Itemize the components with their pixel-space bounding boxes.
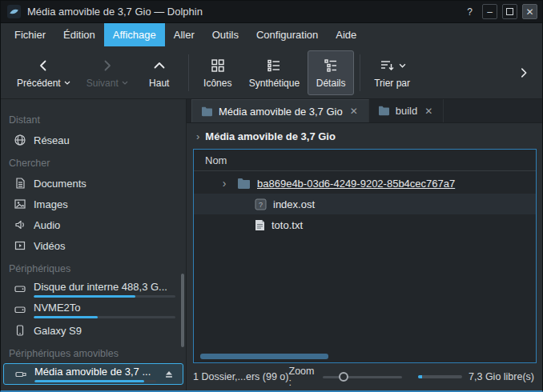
breadcrumb[interactable]: › Média amovible de 3,7 Gio: [187, 123, 542, 149]
file-row-folder[interactable]: › ba869e4b-03d6-4249-9202-85b4cec767a7: [194, 173, 536, 194]
sidebar-item-media-amovible[interactable]: Média amovible de 3,7 ...: [3, 363, 183, 385]
sidebar-item-galaxy-s9[interactable]: Galaxy S9: [3, 320, 183, 341]
file-view: Nom › ba869e4b-03d6-4249-9202-85b4cec767…: [193, 149, 537, 363]
sidebar-item-disque-dur[interactable]: Disque dur interne 488,3 G...: [3, 278, 183, 299]
text-file-icon: [255, 219, 265, 231]
chevron-right-icon: [517, 66, 530, 79]
section-peripheriques: Périphériques: [1, 256, 186, 278]
titlebar: Média amovible de 3,7 Gio — Dolphin ? – …: [1, 1, 542, 23]
tree-view-icon: [323, 57, 339, 74]
unknown-file-icon: ?: [255, 198, 267, 210]
folder-icon: [201, 106, 213, 117]
disk-usage-bar: [34, 316, 175, 318]
network-icon: [14, 134, 26, 146]
folder-icon: [237, 178, 251, 190]
selection-summary: 1 Dossier,...ers (99 o): [193, 371, 289, 382]
grid-view-icon: [210, 57, 226, 74]
compact-label: Synthétique: [249, 78, 300, 89]
horizontal-scrollbar[interactable]: [200, 354, 328, 359]
sidebar-item-videos[interactable]: Vidéos: [3, 235, 183, 256]
tab-label: build: [396, 105, 417, 117]
hard-drive-icon: [14, 303, 26, 316]
sort-icon: [379, 58, 395, 74]
chevron-up-icon: [152, 57, 167, 74]
maximize-icon[interactable]: [502, 4, 517, 19]
dolphin-window: Média amovible de 3,7 Gio — Dolphin ? – …: [0, 0, 543, 392]
chevron-right-icon: ›: [196, 130, 199, 142]
breadcrumb-current[interactable]: Média amovible de 3,7 Gio: [205, 130, 336, 142]
menu-configuration[interactable]: Configuration: [247, 23, 327, 46]
folder-icon: [378, 106, 390, 116]
menu-affichage[interactable]: Affichage: [104, 23, 165, 46]
file-name[interactable]: ba869e4b-03d6-4249-9202-85b4cec767a7: [257, 178, 455, 190]
sidebar-item-reseau[interactable]: Réseau: [3, 130, 183, 150]
window-title: Média amovible de 3,7 Gio — Dolphin: [27, 6, 203, 18]
document-icon: [14, 177, 26, 190]
file-name[interactable]: toto.txt: [272, 219, 303, 231]
speaker-icon: [14, 218, 26, 231]
menubar: Fichier Édition Affichage Aller Outils C…: [1, 23, 542, 46]
zoom-track: [323, 376, 401, 378]
zoom-thumb[interactable]: [339, 372, 348, 382]
film-icon: [14, 239, 26, 252]
help-icon[interactable]: ?: [462, 4, 477, 19]
column-header-nom[interactable]: Nom: [194, 150, 536, 171]
sidebar-item-nvme2to[interactable]: NVME2To: [3, 299, 183, 320]
menu-aller[interactable]: Aller: [165, 23, 203, 46]
eject-icon[interactable]: [163, 369, 175, 380]
caret-down-icon: [399, 63, 406, 68]
forward-label: Suivant: [86, 78, 119, 89]
details-label: Détails: [316, 78, 346, 89]
image-icon: [14, 198, 26, 210]
close-icon[interactable]: ✕: [348, 106, 360, 117]
toolbar-overflow-button[interactable]: [513, 54, 534, 91]
menu-fichier[interactable]: Fichier: [6, 23, 54, 46]
minimize-icon[interactable]: –: [482, 4, 497, 19]
tab-build[interactable]: build ✕: [369, 99, 444, 122]
caret-down-icon: [64, 81, 70, 85]
section-distant: Distant: [1, 107, 186, 130]
dolphin-app-icon: [7, 5, 21, 18]
sort-label: Trier par: [374, 78, 410, 89]
tabbar: Média amovible de 3,7 Gio ✕ build ✕: [187, 99, 542, 123]
close-icon[interactable]: ✕: [522, 4, 537, 19]
menu-edition[interactable]: Édition: [54, 23, 104, 46]
expander-icon[interactable]: ›: [218, 177, 231, 190]
svg-text:?: ?: [259, 200, 263, 208]
sidebar-scrollbar[interactable]: [181, 274, 184, 347]
forward-button[interactable]: Suivant: [78, 50, 136, 95]
tab-media-amovible[interactable]: Média amovible de 3,7 Gio ✕: [191, 99, 369, 122]
sidebar-item-documents[interactable]: Documents: [3, 173, 183, 194]
sort-by-button[interactable]: Trier par: [366, 50, 418, 95]
up-label: Haut: [149, 78, 169, 89]
details-view-button[interactable]: Détails: [308, 50, 354, 95]
back-button[interactable]: Précédent: [9, 50, 78, 95]
usb-drive-icon: [14, 368, 27, 381]
up-button[interactable]: Haut: [136, 50, 183, 95]
chevron-right-icon: [100, 57, 115, 74]
menu-aide[interactable]: Aide: [327, 23, 365, 46]
disk-usage-bar: [34, 295, 175, 298]
close-icon[interactable]: ✕: [423, 106, 434, 117]
free-space-text: 7,3 Gio libre(s): [469, 371, 534, 382]
zoom-label: Zoom :: [289, 366, 317, 388]
file-row-index-ost[interactable]: ? index.ost: [194, 194, 536, 214]
places-panel: Distant Réseau Chercher Documents Images: [1, 99, 187, 390]
statusbar: 1 Dossier,...ers (99 o) Zoom : 7,3 Gio l…: [187, 363, 542, 390]
chevron-left-icon: [36, 57, 50, 74]
section-chercher: Chercher: [1, 150, 186, 173]
file-name[interactable]: index.ost: [273, 198, 315, 210]
icons-label: Icônes: [203, 78, 231, 89]
sidebar-item-audio[interactable]: Audio: [3, 214, 183, 235]
caret-down-icon: [122, 81, 128, 85]
zoom-slider[interactable]: [323, 370, 401, 383]
menu-outils[interactable]: Outils: [203, 23, 247, 46]
back-label: Précédent: [17, 78, 61, 89]
file-row-toto-txt[interactable]: toto.txt: [194, 214, 536, 235]
compact-view-button[interactable]: Synthétique: [241, 50, 308, 95]
sidebar-item-images[interactable]: Images: [3, 194, 183, 214]
list-view-icon: [266, 57, 282, 74]
icons-view-button[interactable]: Icônes: [195, 50, 241, 95]
toolbar-separator: [360, 54, 360, 91]
toolbar: Précédent Suivant Haut Icônes: [1, 46, 542, 99]
